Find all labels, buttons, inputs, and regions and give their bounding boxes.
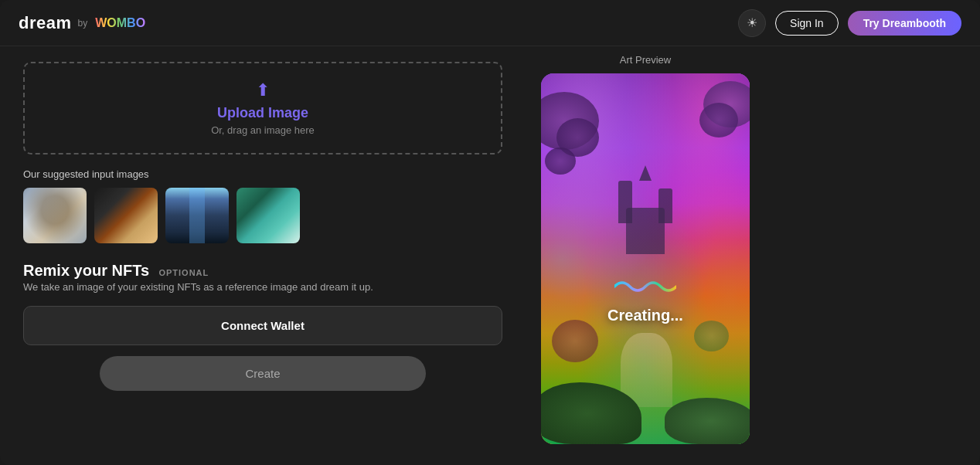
upload-title: Upload Image <box>42 105 484 121</box>
creating-text: Creating... <box>607 307 683 324</box>
main-content: ⬆ Upload Image Or, drag an image here Ou… <box>0 46 980 465</box>
wave-container <box>614 277 676 296</box>
remix-title: Remix your NFTs <box>23 262 149 279</box>
app-container: dream by WOMBO ☀ Sign In Try Dreambooth … <box>0 0 980 465</box>
header-actions: ☀ Sign In Try Dreambooth <box>738 9 961 37</box>
upload-subtitle: Or, drag an image here <box>42 124 484 136</box>
art-preview-card: Creating... <box>541 73 750 444</box>
bush-right <box>694 321 729 351</box>
create-button[interactable]: Create <box>100 356 426 391</box>
right-panel: Art Preview <box>526 46 773 465</box>
remix-section: Remix your NFTs OPTIONAL We take an imag… <box>23 262 502 391</box>
remix-description: We take an image of your existing NFTs a… <box>23 280 502 295</box>
suggested-images <box>23 188 502 243</box>
connect-wallet-button[interactable]: Connect Wallet <box>23 306 502 345</box>
wave-icon <box>614 277 676 296</box>
logo-dream: dream <box>19 13 72 33</box>
header: dream by WOMBO ☀ Sign In Try Dreambooth <box>0 0 980 46</box>
suggested-image-owl[interactable] <box>23 188 87 243</box>
suggested-image-tunnel[interactable] <box>165 188 229 243</box>
remix-title-row: Remix your NFTs OPTIONAL <box>23 262 502 280</box>
castle-body <box>626 208 665 254</box>
remix-optional-label: OPTIONAL <box>158 268 209 277</box>
foreground-blob-right <box>665 398 750 444</box>
art-preview-label: Art Preview <box>620 54 671 66</box>
sun-icon: ☀ <box>747 15 757 30</box>
suggested-label: Our suggested input images <box>23 168 502 180</box>
castle-spire <box>639 165 652 181</box>
bush-left <box>552 320 598 362</box>
upload-area[interactable]: ⬆ Upload Image Or, drag an image here <box>23 62 502 154</box>
theme-toggle-button[interactable]: ☀ <box>738 9 766 37</box>
signin-button[interactable]: Sign In <box>775 11 839 36</box>
castle <box>614 185 676 254</box>
header-logo: dream by WOMBO <box>19 13 145 33</box>
deco-tree-5 <box>545 148 576 175</box>
dreambooth-button[interactable]: Try Dreambooth <box>848 11 961 36</box>
suggested-image-boat[interactable] <box>236 188 300 243</box>
left-panel: ⬆ Upload Image Or, drag an image here Ou… <box>0 46 526 465</box>
suggested-image-food[interactable] <box>94 188 158 243</box>
logo-by: by <box>78 18 88 29</box>
logo-wombo: WOMBO <box>95 16 145 30</box>
upload-icon: ⬆ <box>42 80 484 100</box>
